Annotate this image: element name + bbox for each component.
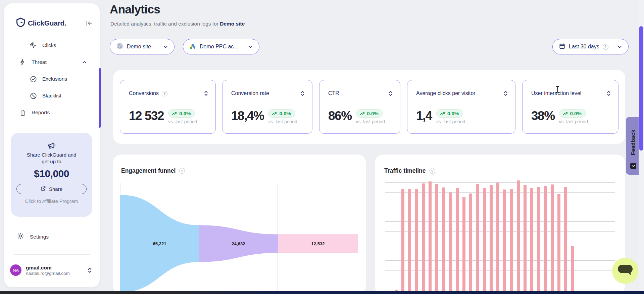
traffic-bar [557, 194, 560, 294]
engagement-funnel-chart: 65,22124,63212,532 [120, 183, 358, 294]
kpi-card-conversions: Conversions?12 5320.0%vs. last period [120, 80, 216, 134]
traffic-bar [469, 194, 472, 294]
compare-label: vs. last period [356, 119, 385, 124]
kpi-value: 38% [531, 109, 555, 123]
sidebar-item-exclusions[interactable]: Exclusions [4, 71, 100, 87]
bottom-window-edge [0, 291, 644, 294]
site-selector-dropdown[interactable]: Demo site [110, 39, 175, 54]
chat-widget-button[interactable] [612, 258, 638, 284]
subtitle-text: Detailed analytics, traffic and exclusio… [110, 21, 220, 27]
sort-metric-icon[interactable] [389, 91, 393, 96]
account-email: naatali.ro@gmail.com [26, 271, 70, 276]
affiliate-promo-card: Share ClickGuard and get up to $10,000 S… [11, 133, 92, 217]
account-switcher[interactable]: NA gmail.com naatali.ro@gmail.com [10, 264, 94, 276]
logo-text: ClickGuard. [28, 19, 66, 27]
sidebar-item-label: Reports [32, 110, 50, 116]
account-name: gmail.com [26, 264, 70, 271]
avatar: NA [10, 264, 21, 276]
sidebar-item-threat[interactable]: Threat [4, 54, 100, 71]
globe-icon [116, 42, 123, 51]
google-ads-icon [189, 43, 196, 51]
change-badge: 0.0% [559, 109, 586, 118]
traffic-bar [544, 186, 547, 294]
compare-label: vs. last period [268, 119, 297, 124]
kpi-value: 18,4% [231, 109, 264, 123]
share-button[interactable]: Share [16, 184, 87, 194]
site-selector-value: Demo site [127, 44, 151, 50]
traffic-bar [449, 193, 452, 294]
traffic-bar [456, 188, 459, 294]
funnel-stage-value: 12,532 [311, 241, 325, 246]
change-badge: 0.0% [268, 109, 295, 118]
traffic-bar [524, 185, 527, 294]
help-icon[interactable]: ? [603, 44, 608, 50]
kpi-card-ctr: CTR86%0.0%vs. last period [319, 80, 400, 134]
settings-label: Settings [30, 234, 49, 240]
traffic-bar [408, 189, 411, 294]
collapse-sidebar-icon[interactable] [86, 20, 93, 27]
page-scrollbar-thumb[interactable] [639, 26, 643, 151]
kpi-header: User interaction level [523, 80, 618, 96]
sort-metric-icon[interactable] [204, 91, 208, 96]
sidebar-item-label: Exclusions [42, 76, 67, 82]
sidebar-item-reports[interactable]: Reports [4, 104, 100, 121]
sort-metric-icon[interactable] [607, 91, 611, 96]
sidebar-item-settings[interactable]: Settings [17, 232, 49, 241]
sidebar-item-clicks[interactable]: Clicks [4, 37, 100, 54]
calendar-icon [559, 43, 565, 51]
date-range-value: Last 30 days [569, 44, 599, 50]
trend-up-icon [272, 112, 277, 116]
chat-bubble-icon [617, 264, 633, 278]
help-icon[interactable]: ? [430, 168, 435, 174]
date-range-dropdown[interactable]: Last 30 days ? [552, 39, 629, 54]
timeline-title-text: Traffic timeline [384, 167, 426, 174]
trend-up-icon [172, 112, 177, 116]
traffic-bar [435, 184, 438, 294]
kpi-value-row: 12 5320.0%vs. last period [129, 109, 197, 124]
ppc-account-dropdown[interactable]: Demo PPC ac… [183, 39, 259, 54]
traffic-bar [537, 187, 540, 294]
kpi-value: 86% [328, 109, 352, 123]
traffic-bar [401, 189, 404, 294]
lightning-icon [18, 58, 27, 66]
sidebar-item-blacklist[interactable]: Blacklist [4, 87, 100, 104]
affiliate-program-link[interactable]: Click to Affiliate Program [11, 199, 92, 204]
traffic-bar [415, 189, 418, 294]
kpi-value: 1,4 [416, 109, 432, 123]
kpi-label: Conversions [129, 90, 159, 96]
help-icon[interactable]: ? [179, 168, 185, 174]
page-title: Analytics [110, 3, 160, 16]
sort-metric-icon[interactable] [504, 91, 508, 96]
compare-label: vs. last period [559, 119, 588, 124]
traffic-bar [503, 190, 506, 294]
kpi-label: Conversion rate [231, 90, 269, 96]
traffic-bar [551, 184, 554, 294]
traffic-bar [571, 246, 574, 294]
traffic-bar [476, 184, 479, 294]
chevron-down-icon [248, 44, 253, 49]
sidebar-nav: ClicksThreatExclusionsBlacklistReports [4, 37, 100, 121]
page-subtitle: Detailed analytics, traffic and exclusio… [110, 21, 245, 27]
chevron-up-icon[interactable] [82, 60, 87, 65]
kpi-card-user-interaction-level: User interaction level38%0.0%vs. last pe… [522, 80, 618, 134]
sort-metric-icon[interactable] [301, 91, 305, 96]
external-link-icon [41, 186, 46, 192]
traffic-bar [429, 181, 432, 294]
sidebar-item-label: Clicks [42, 42, 56, 48]
clickguard-logo: ClickGuard. [16, 17, 66, 29]
timeline-chart-title: Traffic timeline ? [384, 167, 435, 174]
megaphone-icon [47, 141, 57, 150]
traffic-timeline-chart [385, 180, 617, 294]
share-button-label: Share [49, 186, 62, 192]
traffic-bar [462, 197, 465, 294]
sidebar-item-label: Threat [32, 59, 47, 65]
traffic-bar [510, 189, 513, 294]
page-scrollbar-track[interactable] [639, 0, 644, 294]
help-icon[interactable]: ? [162, 91, 167, 96]
clickguard-shield-icon [16, 17, 25, 29]
sidebar-header: ClickGuard. [16, 17, 93, 29]
traffic-bar [490, 185, 493, 294]
ppc-account-value: Demo PPC ac… [200, 44, 239, 50]
kpi-header: CTR [319, 80, 400, 96]
chevron-down-icon [163, 44, 168, 49]
